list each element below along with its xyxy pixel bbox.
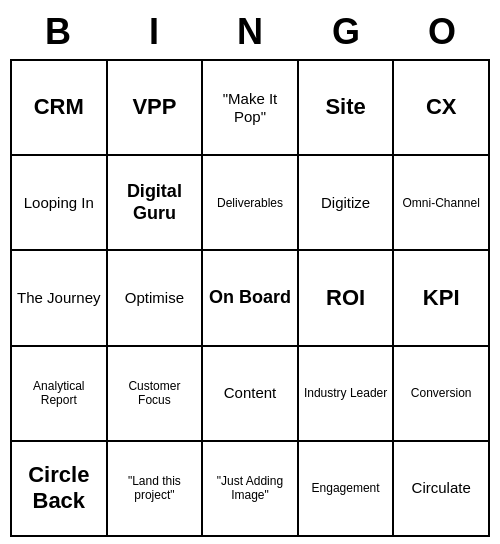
cell-text-r3-c4: Conversion xyxy=(411,386,472,400)
bingo-cell-r1-c4: Omni-Channel xyxy=(394,156,490,251)
bingo-cell-r1-c1: Digital Guru xyxy=(108,156,204,251)
bingo-cell-r2-c4: KPI xyxy=(394,251,490,346)
cell-text-r2-c0: The Journey xyxy=(17,289,100,307)
cell-text-r1-c3: Digitize xyxy=(321,194,370,212)
bingo-cell-r4-c2: "Just Adding Image" xyxy=(203,442,299,537)
cell-text-r3-c1: Customer Focus xyxy=(112,379,198,408)
bingo-cell-r3-c4: Conversion xyxy=(394,347,490,442)
bingo-cell-r0-c2: "Make It Pop" xyxy=(203,61,299,156)
bingo-cell-r4-c0: CircleBack xyxy=(12,442,108,537)
cell-text-r2-c4: KPI xyxy=(423,285,460,311)
cell-text-r2-c2: On Board xyxy=(209,287,291,309)
bingo-cell-r2-c2: On Board xyxy=(203,251,299,346)
cell-text-r0-c3: Site xyxy=(325,94,365,120)
cell-text-r4-c2: "Just Adding Image" xyxy=(207,474,293,503)
bingo-cell-r1-c2: Deliverables xyxy=(203,156,299,251)
cell-text-r0-c1: VPP xyxy=(132,94,176,120)
bingo-cell-r1-c0: Looping In xyxy=(12,156,108,251)
bingo-card: BINGO CRMVPP"Make It Pop"SiteCXLooping I… xyxy=(10,7,490,537)
bingo-cell-r3-c1: Customer Focus xyxy=(108,347,204,442)
cell-text-r3-c0: Analytical Report xyxy=(16,379,102,408)
header-letter-n: N xyxy=(202,7,298,57)
bingo-header: BINGO xyxy=(10,7,490,57)
cell-text-r0-c2: "Make It Pop" xyxy=(207,90,293,126)
cell-text-r4-c4: Circulate xyxy=(412,479,471,497)
bingo-cell-r0-c4: CX xyxy=(394,61,490,156)
cell-text-r3-c2: Content xyxy=(224,384,277,402)
bingo-cell-r2-c3: ROI xyxy=(299,251,395,346)
cell-text-r0-c4: CX xyxy=(426,94,457,120)
cell-text-r1-c4: Omni-Channel xyxy=(403,196,480,210)
header-letter-g: G xyxy=(298,7,394,57)
bingo-cell-r2-c1: Optimise xyxy=(108,251,204,346)
bingo-cell-r4-c4: Circulate xyxy=(394,442,490,537)
bingo-cell-r3-c2: Content xyxy=(203,347,299,442)
cell-text-r1-c0: Looping In xyxy=(24,194,94,212)
bingo-cell-r0-c1: VPP xyxy=(108,61,204,156)
bingo-cell-r0-c0: CRM xyxy=(12,61,108,156)
cell-text-r2-c1: Optimise xyxy=(125,289,184,307)
bingo-cell-r4-c1: "Land this project" xyxy=(108,442,204,537)
cell-text-r1-c1: Digital Guru xyxy=(112,181,198,224)
header-letter-o: O xyxy=(394,7,490,57)
cell-text-r4-c0: CircleBack xyxy=(28,462,89,515)
bingo-cell-r2-c0: The Journey xyxy=(12,251,108,346)
bingo-cell-r0-c3: Site xyxy=(299,61,395,156)
bingo-cell-r3-c0: Analytical Report xyxy=(12,347,108,442)
header-letter-b: B xyxy=(10,7,106,57)
cell-text-r4-c1: "Land this project" xyxy=(112,474,198,503)
bingo-grid: CRMVPP"Make It Pop"SiteCXLooping InDigit… xyxy=(10,59,490,537)
cell-text-r2-c3: ROI xyxy=(326,285,365,311)
cell-text-r1-c2: Deliverables xyxy=(217,196,283,210)
cell-text-r3-c3: Industry Leader xyxy=(304,386,387,400)
bingo-cell-r4-c3: Engagement xyxy=(299,442,395,537)
cell-text-r0-c0: CRM xyxy=(34,94,84,120)
bingo-cell-r1-c3: Digitize xyxy=(299,156,395,251)
cell-text-r4-c3: Engagement xyxy=(312,481,380,495)
bingo-cell-r3-c3: Industry Leader xyxy=(299,347,395,442)
header-letter-i: I xyxy=(106,7,202,57)
